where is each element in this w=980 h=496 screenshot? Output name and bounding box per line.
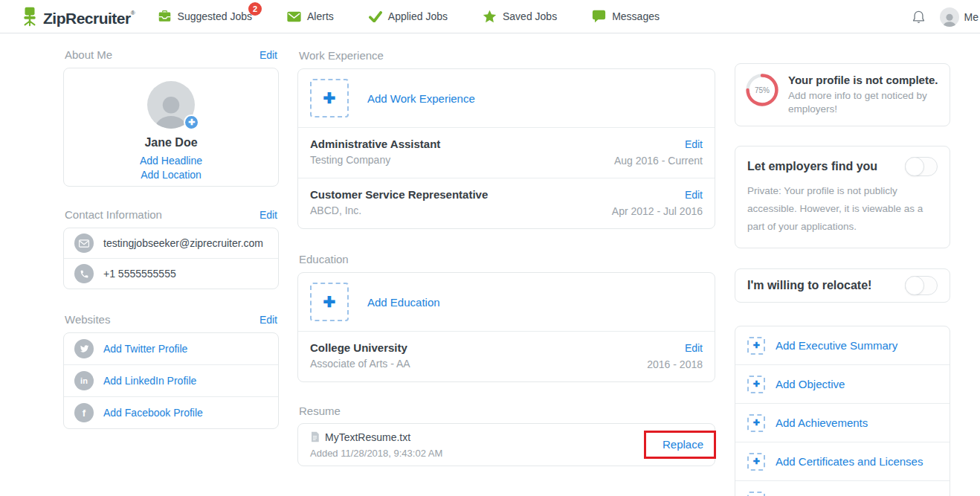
nav-applied-jobs[interactable]: Applied Jobs [369,10,448,22]
plus-icon [747,414,765,432]
degree-name: Associate of Arts - AA [310,358,410,370]
twitter-icon [74,339,94,358]
contact-phone-value: +1 5555555555 [103,268,176,280]
about-edit-link[interactable]: Edit [259,49,277,61]
add-photo-icon[interactable]: ✚ [184,115,199,130]
plus-icon [747,453,765,471]
annotation-highlight: Replace [644,431,716,459]
websites-card: Add Twitter Profile in Add LinkedIn Prof… [63,332,279,429]
nav-suggested-jobs[interactable]: Suggested Jobs 2 [158,10,252,24]
nav-label: Applied Jobs [388,10,448,22]
relocate-toggle[interactable] [905,276,938,295]
envelope-icon [287,11,301,22]
relocate-card: I'm willing to relocate! [735,268,950,303]
company-name: ABCD, Inc. [310,204,488,216]
resume-heading: Resume [299,405,341,417]
education-entry: College University Associate of Arts - A… [298,332,715,381]
add-education-button[interactable]: Add Education [298,273,715,331]
profile-name: Jane Doe [64,136,278,149]
about-me-card: ✚ Jane Doe Add Headline Add Location [63,68,279,187]
resume-added-date: Added 11/28/2018, 9:43:02 AM [310,448,442,459]
add-objective-label: Add Objective [776,378,845,390]
resume-file-name: MyTextResume.txt [325,431,410,443]
right-sidebar: 75% Your profile is not complete. Add mo… [735,33,950,496]
job-title: Customer Service Representative [310,188,488,201]
add-executive-summary-label: Add Executive Summary [776,339,897,352]
header-right: Me [911,0,980,33]
contact-email-row: testingjobseeker@ziprecruiter.com [64,228,278,258]
nav-saved-jobs[interactable]: Saved Jobs [483,10,557,23]
completion-description: Add more info to get noticed by employer… [788,89,941,116]
main-nav: Suggested Jobs 2 Alerts Applied Jobs [158,10,694,24]
add-twitter-row[interactable]: Add Twitter Profile [64,333,278,364]
main-content: Work Experience Add Work Experience Admi… [297,33,715,496]
contact-edit-link[interactable]: Edit [259,209,277,221]
completion-title: Your profile is not complete. [788,74,941,86]
education-heading: Education [299,253,349,265]
nav-alerts[interactable]: Alerts [287,10,334,22]
plus-icon [747,492,765,496]
add-objective-button[interactable]: Add Objective [735,365,950,403]
add-facebook-row[interactable]: f Add Facebook Profile [64,397,278,428]
privacy-description: Private: Your profile is not publicly ac… [747,182,929,236]
plus-icon [310,79,349,117]
check-icon [369,11,382,22]
education-entry-edit-link[interactable]: Edit [685,342,703,354]
websites-edit-link[interactable]: Edit [259,314,277,326]
work-experience-heading: Work Experience [299,49,384,62]
job-title: Administrative Assistant [310,138,440,150]
about-me-heading: About Me [65,48,112,61]
email-icon [74,233,94,253]
phone-icon [74,264,94,283]
add-linkedin-row[interactable]: in Add LinkedIn Profile [64,365,278,396]
file-icon [310,431,320,442]
job-dates: Apr 2012 - Jul 2016 [612,205,703,217]
notifications-bell-icon[interactable] [911,9,926,25]
add-achievements-button[interactable]: Add Achievements [735,404,950,442]
work-experience-card: Add Work Experience Administrative Assis… [297,68,715,229]
add-associations-button[interactable]: Add Associations [735,481,950,496]
speech-bubble-icon [592,10,606,23]
school-name: College University [310,341,410,354]
job-dates: Aug 2016 - Current [614,155,703,167]
completion-ring: 75% [746,74,778,106]
websites-heading: Websites [65,313,110,326]
contact-phone-row: +1 5555555555 [64,259,278,289]
add-sections-card: Add Executive Summary Add Objective Add … [735,326,950,496]
employers-find-you-toggle[interactable] [905,157,938,176]
add-work-experience-button[interactable]: Add Work Experience [298,69,715,127]
left-sidebar: About Me Edit ✚ Jane Doe Add Headline Ad… [63,33,279,429]
account-menu[interactable]: Me [964,11,979,23]
nav-label: Alerts [307,10,334,22]
chair-icon [20,5,39,28]
add-linkedin-link[interactable]: Add LinkedIn Profile [103,375,196,387]
add-headline-link[interactable]: Add Headline [64,154,278,168]
add-location-link[interactable]: Add Location [64,168,278,182]
star-icon [483,10,497,23]
brand-name: ZipRecruiter [43,10,131,27]
company-name: Testing Company [310,154,440,166]
work-entry-edit-link[interactable]: Edit [685,189,703,201]
nav-messages[interactable]: Messages [592,10,660,23]
education-dates: 2016 - 2018 [647,358,703,370]
plus-icon [747,337,765,355]
add-executive-summary-button[interactable]: Add Executive Summary [735,326,950,364]
nav-label: Messages [612,10,660,22]
education-card: Add Education College University Associa… [297,272,715,382]
employers-find-you-title: Let employers find you [747,160,877,173]
facebook-icon: f [74,403,94,422]
replace-resume-button[interactable]: Replace [663,438,703,451]
add-twitter-link[interactable]: Add Twitter Profile [103,343,187,355]
add-facebook-link[interactable]: Add Facebook Profile [103,407,203,419]
add-certificates-button[interactable]: Add Certificates and Licenses [735,442,950,480]
top-navbar: ZipRecruiter® Suggested Jobs 2 Alerts [0,0,980,33]
work-entry: Customer Service Representative ABCD, In… [298,178,715,228]
add-education-label: Add Education [367,296,440,309]
linkedin-icon: in [74,371,94,390]
completion-percent: 75% [746,74,778,106]
account-avatar[interactable] [940,7,959,27]
ziprecruiter-logo[interactable]: ZipRecruiter® [20,5,135,28]
contact-heading: Contact Information [65,208,162,221]
work-entry-edit-link[interactable]: Edit [685,138,703,150]
employers-find-you-card: Let employers find you Private: Your pro… [735,146,950,248]
